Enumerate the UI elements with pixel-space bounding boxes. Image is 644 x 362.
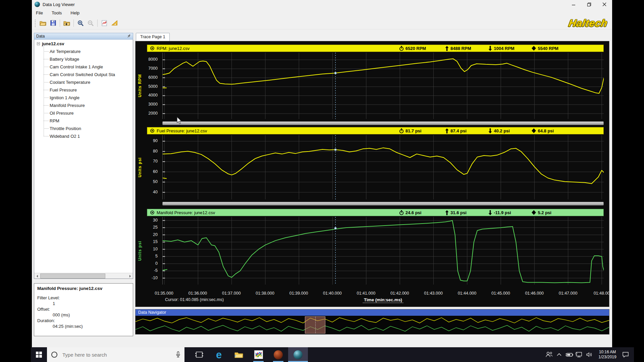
fuel-plot-area[interactable] bbox=[162, 135, 604, 199]
search-input[interactable] bbox=[62, 352, 156, 358]
tree-item-battery-voltage[interactable]: Battery Voltage bbox=[34, 55, 133, 63]
microphone-icon[interactable] bbox=[176, 351, 180, 358]
chart-title: RPM: june12.csv bbox=[157, 46, 190, 51]
power-status-button[interactable] bbox=[564, 347, 574, 362]
scroll-left-arrow-icon[interactable] bbox=[34, 274, 40, 279]
tree-item-oil-pressure[interactable]: Oil Pressure bbox=[34, 109, 133, 117]
y-tick-label: 70 bbox=[153, 159, 158, 164]
tree-root-row[interactable]: june12.csv bbox=[34, 40, 133, 48]
tree-item-manifold-pressure[interactable]: Manifold Pressure bbox=[34, 102, 133, 109]
menu-file[interactable]: File bbox=[36, 9, 47, 16]
minimize-button[interactable] bbox=[566, 0, 581, 9]
toolbar-separator bbox=[97, 19, 98, 27]
people-icon bbox=[545, 351, 553, 358]
tree-item-air-temperature[interactable]: Air Temperature bbox=[34, 48, 133, 55]
avg-value-stat: 5540 RPM bbox=[532, 46, 558, 51]
y-tick-label: 80 bbox=[153, 149, 158, 154]
tree-item-rpm[interactable]: RPM bbox=[34, 117, 133, 125]
tree-item-label: Air Temperature bbox=[50, 49, 80, 54]
volume-button[interactable] bbox=[584, 347, 594, 362]
open-file-icon[interactable] bbox=[38, 18, 48, 28]
edge-button[interactable]: e bbox=[209, 347, 229, 362]
channel-tree: june12.csv Air TemperatureBattery Voltag… bbox=[34, 40, 133, 279]
navigator-selection-window[interactable] bbox=[305, 316, 325, 334]
tab-trace-page-1[interactable]: Trace Page 1 bbox=[136, 33, 170, 41]
tree-connector bbox=[44, 82, 49, 82]
network-status-button[interactable] bbox=[574, 347, 584, 362]
y-tick-label: 6000 bbox=[148, 75, 158, 80]
chart-title: Manifold Pressure: june12.csv bbox=[157, 210, 215, 215]
info-label: Duration: bbox=[37, 318, 130, 323]
max-icon bbox=[445, 46, 449, 51]
tree-item-wideband-o2-1[interactable]: Wideband O2 1 bbox=[34, 132, 133, 140]
data-panel-title: Data bbox=[36, 34, 45, 39]
x-tick-label: 01:45.000 bbox=[491, 291, 510, 296]
tree-item-ignition-1-angle[interactable]: Ignition 1 Angle bbox=[34, 94, 133, 102]
browser-sphere-button[interactable] bbox=[268, 347, 288, 362]
restore-button[interactable] bbox=[581, 0, 597, 9]
scroll-right-arrow-icon[interactable] bbox=[127, 274, 133, 279]
zoom-in-icon[interactable] bbox=[76, 18, 85, 28]
avg-icon bbox=[532, 128, 536, 133]
tree-item-cam-control-switched-output-sta[interactable]: Cam Control Switched Output Sta bbox=[34, 71, 133, 78]
data-navigator-header: Data Navigator bbox=[136, 309, 609, 316]
tree-item-label: Battery Voltage bbox=[50, 57, 79, 62]
rpm-plot-area[interactable] bbox=[162, 53, 604, 119]
tree-item-fuel-pressure[interactable]: Fuel Pressure bbox=[34, 86, 133, 94]
chevron-up-icon bbox=[557, 353, 561, 356]
measure-tool-icon[interactable] bbox=[110, 18, 119, 28]
data-navigator: Data Navigator bbox=[135, 309, 609, 335]
avg-icon bbox=[532, 46, 536, 51]
info-value: 000 (ms) bbox=[37, 312, 130, 318]
data-sidebar: Data june12.csv Air TemperatureBattery V… bbox=[34, 33, 133, 345]
y-tick-label: 0 bbox=[155, 261, 158, 266]
red-sphere-icon bbox=[274, 350, 283, 359]
datalog-app-button[interactable] bbox=[249, 347, 268, 362]
y-tick-label: 60 bbox=[153, 169, 158, 174]
close-button[interactable] bbox=[597, 0, 612, 9]
max-value-stat: 8488 RPM bbox=[445, 46, 471, 51]
data-log-viewer-taskbar-button[interactable] bbox=[288, 347, 308, 362]
start-button[interactable] bbox=[31, 347, 47, 362]
tree-item-label: Throttle Position bbox=[50, 126, 81, 131]
file-explorer-button[interactable] bbox=[229, 347, 249, 362]
info-title: Manifold Pressure: june12.csv bbox=[37, 286, 130, 291]
x-tick-label: 01:40.000 bbox=[323, 291, 342, 296]
visibility-icon[interactable] bbox=[150, 128, 155, 133]
toolbar-grip[interactable] bbox=[35, 19, 36, 27]
taskbar-clock[interactable]: 10:16 AM 1/23/2019 bbox=[594, 347, 621, 362]
fuel-pressure-chart-header[interactable]: Fuel Pressure: june12.csv 81.7 psi 87.4 … bbox=[147, 127, 604, 134]
toolbar-separator bbox=[73, 19, 74, 27]
tree-expand-toggle[interactable] bbox=[37, 42, 40, 45]
visibility-icon[interactable] bbox=[150, 210, 155, 215]
scrollbar-thumb[interactable] bbox=[40, 274, 105, 279]
pin-icon[interactable] bbox=[127, 34, 131, 39]
export-report-icon[interactable] bbox=[100, 18, 109, 28]
tree-item-coolant-temperature[interactable]: Coolant Temperature bbox=[34, 78, 133, 86]
action-center-button[interactable] bbox=[621, 347, 631, 362]
info-label: Offset: bbox=[37, 306, 130, 312]
visibility-icon[interactable] bbox=[150, 46, 155, 51]
x-tick-label: 01:35.000 bbox=[155, 291, 173, 296]
tree-item-throttle-position[interactable]: Throttle Position bbox=[34, 125, 133, 132]
rpm-chart-header[interactable]: RPM: june12.csv 6520 RPM 8488 RPM 1004 R… bbox=[147, 45, 604, 52]
manifold-plot-area[interactable] bbox=[162, 217, 604, 285]
people-button[interactable] bbox=[544, 347, 554, 362]
zoom-out-icon[interactable] bbox=[86, 18, 95, 28]
data-navigator-body[interactable] bbox=[136, 316, 609, 334]
action-center-icon bbox=[622, 352, 629, 358]
taskbar-search[interactable] bbox=[47, 347, 184, 362]
avg-icon bbox=[532, 210, 536, 215]
tree-item-cam-control-intake-1-angle[interactable]: Cam Control Intake 1 Angle bbox=[34, 63, 133, 71]
save-file-icon[interactable] bbox=[48, 18, 58, 28]
task-view-button[interactable] bbox=[189, 347, 209, 362]
chart-splitter-bar[interactable] bbox=[162, 202, 604, 205]
tree-horizontal-scrollbar[interactable] bbox=[34, 273, 133, 279]
append-file-icon[interactable] bbox=[62, 18, 71, 28]
x-axis-title: Time (min:sec.ms) bbox=[363, 297, 404, 303]
menu-help[interactable]: Help bbox=[70, 9, 84, 16]
show-hidden-icons-button[interactable] bbox=[554, 347, 564, 362]
menu-tools[interactable]: Tools bbox=[52, 9, 66, 16]
manifold-pressure-chart-header[interactable]: Manifold Pressure: june12.csv 24.6 psi 3… bbox=[147, 209, 604, 216]
chart-splitter-bar[interactable] bbox=[162, 121, 604, 125]
